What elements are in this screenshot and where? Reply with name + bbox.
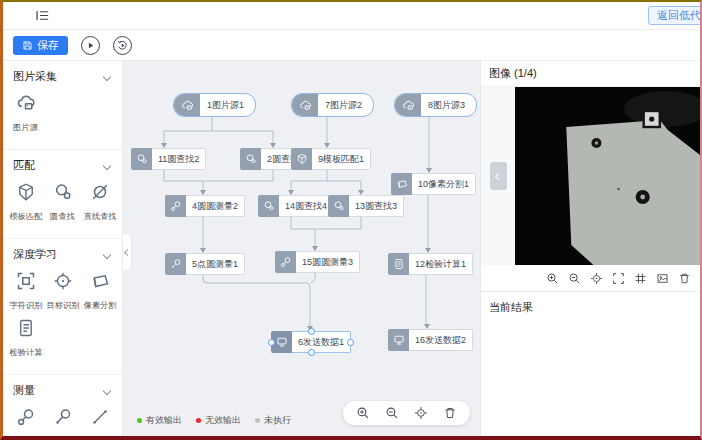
image-panel-title: 图像 (1/4) [481,61,700,87]
selection-handle-right[interactable] [347,339,354,346]
zoom-out-icon[interactable] [568,272,581,285]
prev-image-button[interactable] [490,162,507,190]
sidebar-item-object-detect[interactable]: 目标识别 [44,271,81,312]
image-nav-strip [481,87,515,265]
sidebar-item-point-circle-measure[interactable]: 点圆测量 [44,407,81,436]
section-header-deep-learning[interactable]: 深度学习 [3,239,122,267]
segment-icon [391,173,412,195]
locate-icon[interactable] [590,272,603,285]
flow-node-image-source-3[interactable]: 8图片源3 [394,93,477,117]
sidebar-item-circle-circle-measure[interactable]: 圆圆测量 [7,407,44,436]
run-toolbar: 保存 [3,30,700,61]
circle-find-icon [258,195,279,217]
module-palette: 图片采集 图片源 匹配 模板匹配 [3,61,123,436]
zoom-in-icon[interactable] [356,406,370,420]
status-legend: 有效输出 无效输出 未执行 [137,414,291,427]
chevron-down-icon [103,161,111,169]
point-circle-measure-icon [165,253,186,275]
sidebar-item-circle-find[interactable]: 圆查找 [44,182,81,223]
flow-node-circle-find-2[interactable]: 11圆查找2 [131,148,206,170]
chevron-down-icon [103,72,111,80]
section-header-image-capture[interactable]: 图片采集 [3,61,122,89]
circle-circle-measure-icon [165,195,186,217]
flow-node-point-circle-measure-1[interactable]: 5点圆测量1 [165,253,245,275]
back-to-lowcode-button[interactable]: 返回低代码 [648,6,702,25]
fit-screen-icon[interactable] [612,272,625,285]
save-button[interactable]: 保存 [13,36,68,55]
pixel-grid-icon[interactable] [634,272,647,285]
section-title: 图片采集 [13,69,57,84]
flow-node-send-data-1[interactable]: 6发送数据1 [271,331,351,353]
flow-node-pixel-segment-1[interactable]: 10像素分割1 [391,173,476,195]
zoom-in-icon[interactable] [546,272,559,285]
trash-icon[interactable] [678,272,691,285]
valid-output-dot [137,418,142,423]
selection-handle-bottom[interactable] [308,349,315,356]
cloud-image-icon [174,94,200,116]
run-once-button[interactable] [81,36,100,55]
menu-icon[interactable] [33,7,51,25]
main-body: 图片采集 图片源 匹配 模板匹配 [3,61,700,436]
point-circle-measure-icon [53,407,73,431]
circle-find-icon [53,182,73,206]
sidebar-item-line-find[interactable]: 直线查找 [81,182,118,223]
canvas-toolbar [343,401,470,425]
sidebar-item-pixel-segment[interactable]: 像素分割 [81,271,118,312]
save-image-icon[interactable] [656,272,669,285]
flow-node-circle-circle-measure-2[interactable]: 4圆圆测量2 [165,195,245,217]
sidebar-item-image-source[interactable]: 图片源 [7,93,44,134]
section-header-match[interactable]: 匹配 [3,150,122,178]
flow-node-circle-find-4[interactable]: 14圆查找4 [258,195,334,217]
app-window: 返回低代码 保存 图片采集 [0,0,702,440]
send-data-icon [388,329,409,351]
flow-canvas[interactable]: 1图片源1 7图片源2 8图片源3 11圆查找2 2圆查找1 9模板匹配1 [123,61,480,436]
selection-handle-left[interactable] [268,339,275,346]
line-find-icon [90,182,110,206]
selection-handle-top[interactable] [308,328,315,335]
flow-node-send-data-2[interactable]: 16发送数据2 [388,329,473,351]
circle-find-icon [328,195,349,217]
image-toolbar [481,265,700,292]
cloud-image-icon [292,94,318,116]
circle-circle-measure-icon [275,251,296,273]
save-icon [22,40,33,51]
cloud-image-icon [395,94,421,116]
save-button-label: 保存 [37,38,59,53]
flow-node-circle-find-3[interactable]: 13圆查找3 [328,195,404,217]
doc-calc-icon [388,253,409,275]
flow-node-verify-calc-1[interactable]: 12检验计算1 [388,253,473,275]
current-result-title: 当前结果 [481,292,700,323]
trash-icon[interactable] [443,406,457,420]
circle-circle-measure-icon [16,407,36,431]
flow-node-circle-circle-measure-3[interactable]: 15圆圆测量3 [275,251,360,273]
section-title: 测量 [13,383,35,398]
section-title: 深度学习 [13,247,57,262]
cube-icon [16,182,36,206]
run-continuous-button[interactable] [113,36,132,55]
cube-icon [291,148,312,170]
legend-label: 无效输出 [205,414,241,427]
segment-icon [90,271,110,295]
sidebar-collapse-handle[interactable] [123,233,132,271]
sidebar-item-point-point-measure[interactable]: 点点测量 [81,407,118,436]
flow-node-template-match-1[interactable]: 9模板匹配1 [291,148,371,170]
section-match: 匹配 模板匹配 圆查找 直线查找 [3,149,122,238]
top-bar: 返回低代码 [3,2,700,30]
sidebar-item-ocr[interactable]: 字符识别 [7,271,44,312]
circle-find-icon [131,148,152,170]
chevron-down-icon [103,386,111,394]
flow-node-image-source-2[interactable]: 7图片源2 [291,93,374,117]
legend-label: 有效输出 [146,414,182,427]
section-header-measure[interactable]: 测量 [3,375,122,403]
flow-node-image-source-1[interactable]: 1图片源1 [173,93,256,117]
camera-image-preview[interactable] [515,87,700,265]
not-run-dot [255,418,260,423]
sidebar-item-verify-calc[interactable]: 检验计算 [7,318,44,359]
sidebar-item-template-match[interactable]: 模板匹配 [7,182,44,223]
invalid-output-dot [196,418,201,423]
chevron-down-icon [103,250,111,258]
locate-icon[interactable] [414,406,428,420]
zoom-out-icon[interactable] [385,406,399,420]
section-measure: 测量 圆圆测量 点圆测量 点点测量 [3,374,122,436]
target-icon [53,271,73,295]
